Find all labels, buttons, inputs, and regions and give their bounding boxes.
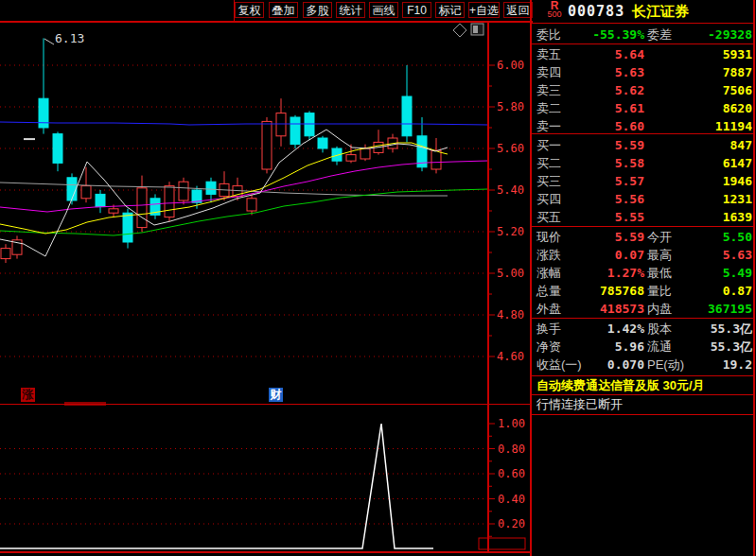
ask-price: 5.61 (561, 99, 644, 117)
weibi-row: 委比-55.39%委差-29328 (533, 26, 754, 43)
bid-row[interactable]: 买四5.561231 (533, 190, 754, 208)
ask-level-label: 卖五 (536, 45, 561, 63)
toolbar-button[interactable]: 标记 (435, 2, 465, 18)
quote-label: 换手 (536, 320, 561, 338)
quote-label: 外盘 (536, 300, 561, 318)
bid-row[interactable]: 买五5.551639 (533, 208, 754, 226)
ask-row[interactable]: 卖二5.618620 (533, 99, 754, 117)
quote-row: 涨幅1.27%最低5.49 (533, 264, 754, 282)
svg-text:5.80: 5.80 (497, 100, 524, 113)
svg-text:6.00: 6.00 (497, 59, 524, 72)
toolbar-button[interactable]: 统计 (336, 2, 365, 18)
bid-price: 5.58 (561, 154, 644, 172)
r-badge: R 500 (543, 0, 566, 19)
ask-volume: 11194 (650, 117, 752, 135)
panel-separator (532, 23, 754, 24)
ask-row[interactable]: 卖五5.645931 (533, 45, 754, 63)
rise-marker-badge[interactable]: 涨 (21, 388, 35, 402)
toolbar-button[interactable]: 复权 (235, 2, 264, 18)
quote-value: 0.87 (650, 282, 752, 300)
ask-level-label: 卖三 (536, 81, 561, 99)
panel-separator (532, 226, 754, 227)
svg-text:5.60: 5.60 (497, 142, 524, 155)
bid-price: 5.55 (561, 208, 644, 226)
quote-row: 收益(一)0.070PE(动)19.2 (533, 356, 754, 374)
toolbar-button[interactable]: 叠加 (269, 2, 298, 18)
quote-value: 5.50 (650, 228, 752, 246)
quote-label: 涨幅 (536, 264, 561, 282)
bid-row[interactable]: 买二5.586147 (533, 154, 754, 172)
ask-price: 5.62 (561, 81, 644, 99)
svg-text:4.80: 4.80 (497, 308, 524, 321)
weibi-label: 委比 (536, 26, 561, 43)
bid-level-label: 买一 (536, 136, 561, 154)
bid-volume: 1946 (650, 172, 752, 190)
bid-volume: 6147 (650, 154, 752, 172)
bid-level-label: 买二 (536, 154, 561, 172)
svg-text:0.80: 0.80 (498, 443, 525, 456)
bid-price: 5.56 (561, 190, 644, 208)
quote-value: 5.96 (561, 338, 644, 356)
ask-price: 5.63 (561, 63, 644, 81)
ask-level-label: 卖一 (536, 117, 561, 135)
quote-label: 总量 (536, 282, 561, 300)
r-badge-number: 500 (543, 10, 566, 19)
toolbar-button[interactable]: 返回 (503, 2, 533, 18)
high-price-annotation: 6.13 (55, 31, 84, 45)
panel-separator (532, 394, 754, 395)
quote-label: 现价 (536, 228, 561, 246)
quote-row: 净资5.96流通55.3亿 (533, 338, 754, 356)
toolbar-button[interactable]: 多股 (303, 2, 332, 18)
svg-text:5.40: 5.40 (497, 183, 524, 197)
quote-value: 785768 (561, 282, 644, 300)
quote-value: 5.59 (561, 228, 644, 246)
tdx-app-window: 复权叠加多股统计画线F10标记+自选返回 6.005.805.605.405.2… (0, 0, 756, 556)
indicator-chart[interactable]: 1.000.800.600.400.20 (0, 405, 530, 551)
ask-row[interactable]: 卖四5.637887 (533, 63, 754, 81)
ask-price: 5.64 (561, 45, 644, 63)
stock-code: 000783 (568, 3, 624, 20)
bid-row[interactable]: 买三5.571946 (533, 172, 754, 190)
window-restore-icon[interactable] (470, 23, 485, 38)
quote-row: 现价5.59今开5.50 (533, 228, 754, 246)
ask-row[interactable]: 卖一5.6011194 (533, 117, 754, 135)
svg-text:0.40: 0.40 (498, 493, 525, 506)
toolbar-button[interactable]: F10 (402, 2, 431, 18)
frame-line (0, 551, 531, 553)
quote-value: 367195 (650, 300, 752, 318)
svg-text:1.00: 1.00 (498, 417, 525, 430)
bid-volume: 1231 (650, 190, 752, 208)
panel-separator (532, 414, 754, 415)
quote-row: 外盘418573内盘367195 (533, 300, 754, 318)
frame-line (0, 21, 533, 23)
toolbar-button[interactable]: 画线 (369, 2, 398, 18)
quote-row: 涨跌0.07最高5.63 (533, 246, 754, 264)
subscription-notice[interactable]: 自动续费通达信普及版 30元/月 (536, 378, 754, 393)
ask-level-label: 卖二 (536, 99, 561, 117)
bid-volume: 1639 (650, 208, 752, 226)
connection-status: 行情连接已断开 (536, 397, 754, 412)
svg-text:4.60: 4.60 (497, 350, 524, 363)
bid-level-label: 买四 (536, 190, 561, 208)
ask-level-label: 卖四 (536, 63, 561, 81)
diamond-icon[interactable] (452, 23, 467, 38)
bid-volume: 847 (650, 136, 752, 154)
bid-level-label: 买三 (536, 172, 561, 190)
candlestick-chart[interactable]: 6.005.805.605.405.205.004.804.60 (0, 21, 530, 404)
stock-name[interactable]: 长江证券 (632, 3, 689, 21)
quote-label: 涨跌 (536, 246, 561, 264)
svg-text:5.00: 5.00 (497, 267, 524, 280)
quote-value: 55.3亿 (650, 338, 752, 356)
quote-value: 418573 (561, 300, 644, 318)
ask-row[interactable]: 卖三5.627506 (533, 81, 754, 99)
ask-price: 5.60 (561, 117, 644, 135)
panel-separator (532, 375, 754, 376)
bid-row[interactable]: 买一5.59847 (533, 136, 754, 154)
svg-text:0.20: 0.20 (498, 517, 525, 530)
finance-marker-badge[interactable]: 财 (269, 388, 283, 402)
quote-value: 1.27% (561, 264, 644, 282)
frame-line (0, 404, 531, 405)
quote-value: 5.63 (650, 246, 752, 264)
ask-volume: 8620 (650, 99, 752, 117)
toolbar-button[interactable]: +自选 (468, 2, 500, 18)
